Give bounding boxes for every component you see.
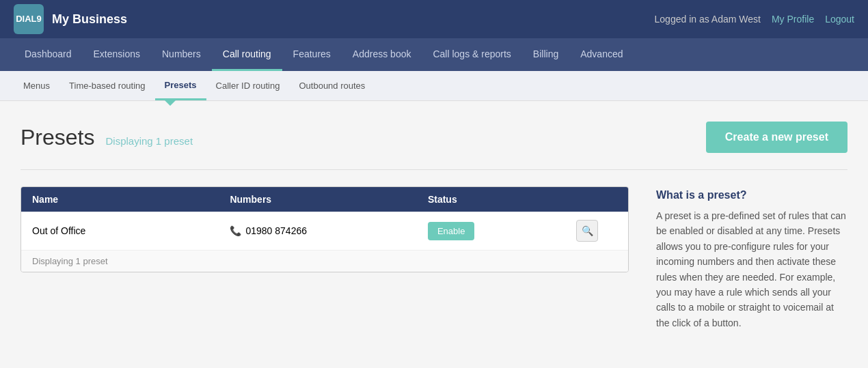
nav-numbers[interactable]: Numbers: [151, 38, 212, 71]
logo-area: DIAL9 My Business: [14, 4, 127, 34]
site-title: My Business: [52, 12, 127, 27]
logo-icon: DIAL9: [14, 4, 44, 34]
col-name: Name: [32, 194, 230, 205]
table-footer: Displaying 1 preset: [21, 251, 628, 272]
page-title-row: Presets Displaying 1 preset Create a new…: [21, 122, 847, 153]
nav-billing[interactable]: Billing: [522, 38, 569, 71]
two-col-layout: Name Numbers Status Out of Office 📞01980…: [21, 186, 847, 330]
nav-address-book[interactable]: Address book: [342, 38, 422, 71]
sub-nav: Menus Time-based routing Presets Caller …: [0, 71, 868, 101]
row-name: Out of Office: [32, 225, 230, 236]
subnav-presets[interactable]: Presets: [155, 71, 206, 100]
search-row-button[interactable]: 🔍: [576, 220, 598, 242]
subnav-outbound-routes[interactable]: Outbound routes: [289, 71, 375, 100]
nav-call-logs[interactable]: Call logs & reports: [422, 38, 521, 71]
info-panel: What is a preset? A preset is a pre-defi…: [656, 186, 847, 330]
table-header: Name Numbers Status: [21, 187, 628, 212]
subnav-menus[interactable]: Menus: [14, 71, 59, 100]
divider: [21, 169, 847, 170]
create-preset-button[interactable]: Create a new preset: [706, 122, 847, 153]
page-content: Presets Displaying 1 preset Create a new…: [0, 101, 868, 351]
logged-in-text: Logged in as Adam West: [655, 14, 761, 25]
col-actions: [576, 194, 617, 205]
nav-extensions[interactable]: Extensions: [83, 38, 151, 71]
nav-advanced[interactable]: Advanced: [569, 38, 634, 71]
page-title: Presets: [21, 125, 94, 150]
nav-features[interactable]: Features: [282, 38, 342, 71]
presets-table: Name Numbers Status Out of Office 📞01980…: [21, 186, 629, 272]
row-status: Enable: [428, 222, 576, 240]
subnav-time-based-routing[interactable]: Time-based routing: [59, 71, 155, 100]
footer-text: Displaying 1 preset: [32, 256, 108, 266]
logout-link[interactable]: Logout: [825, 14, 854, 25]
table-row: Out of Office 📞01980 874266 Enable 🔍: [21, 212, 628, 251]
header-right: Logged in as Adam West My Profile Logout: [655, 14, 854, 25]
row-search: 🔍: [576, 220, 617, 242]
nav-dashboard[interactable]: Dashboard: [14, 38, 83, 71]
phone-icon: 📞: [230, 225, 241, 236]
info-panel-description: A preset is a pre-defined set of rules t…: [656, 208, 847, 330]
top-header: DIAL9 My Business Logged in as Adam West…: [0, 0, 868, 38]
col-numbers: Numbers: [230, 194, 427, 205]
displaying-count: Displaying 1 preset: [105, 135, 193, 147]
col-status: Status: [428, 194, 576, 205]
my-profile-link[interactable]: My Profile: [772, 14, 814, 25]
main-nav: Dashboard Extensions Numbers Call routin…: [0, 38, 868, 71]
enable-button[interactable]: Enable: [428, 222, 474, 240]
nav-call-routing[interactable]: Call routing: [212, 38, 282, 71]
page-title-left: Presets Displaying 1 preset: [21, 125, 193, 150]
info-panel-title: What is a preset?: [656, 189, 847, 201]
row-number: 📞01980 874266: [230, 225, 427, 236]
subnav-caller-id-routing[interactable]: Caller ID routing: [206, 71, 290, 100]
